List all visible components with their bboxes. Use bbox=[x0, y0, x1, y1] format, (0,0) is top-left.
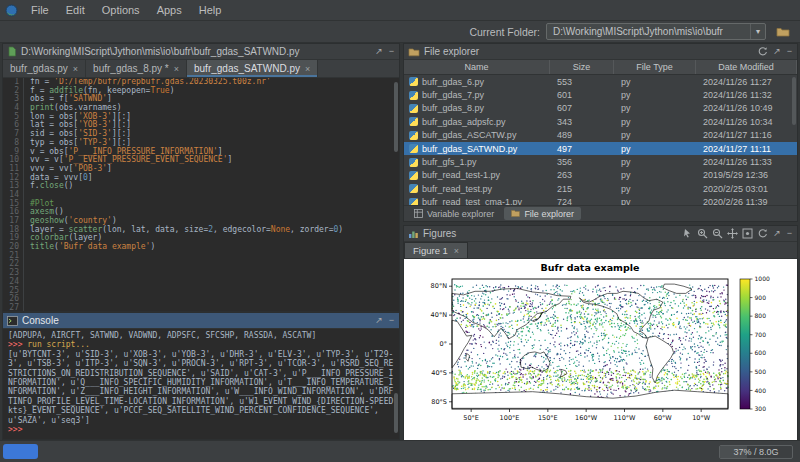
file-name: bufr_gdas_adpsfc.py bbox=[422, 117, 506, 127]
svg-text:900: 900 bbox=[755, 294, 767, 301]
file-size: 356 bbox=[550, 157, 614, 167]
figure-tab[interactable]: Figure 1 × bbox=[404, 242, 468, 258]
file-name: bufr_gdas_7.py bbox=[422, 90, 484, 100]
python-file-icon bbox=[409, 77, 418, 86]
file-name: bufr_gdas_ASCATW.py bbox=[422, 130, 516, 140]
file-row[interactable]: bufr_gdas_SATWND.py497py2024/11/27 11:11 bbox=[404, 142, 797, 155]
editor-tab[interactable]: bufr_gdas_SATWND.py× bbox=[187, 60, 318, 77]
svg-text:400: 400 bbox=[755, 387, 767, 394]
float-panel-icon[interactable]: ↗ bbox=[772, 229, 782, 238]
console-panel-header: Console ↗ − bbox=[3, 313, 399, 329]
tab-label: Variable explorer bbox=[427, 209, 494, 219]
float-panel-icon[interactable]: ↗ bbox=[374, 316, 384, 325]
file-type: py bbox=[614, 103, 696, 113]
figures-panel: Figures ↗ − Figure 1 × 50°E100°E150°E160… bbox=[403, 225, 798, 440]
toolbar: Current Folder: D:\Working\MIScript\Jyth… bbox=[0, 21, 800, 43]
code-line: 24 bbox=[3, 278, 399, 287]
menu-help[interactable]: Help bbox=[191, 2, 230, 18]
float-panel-icon[interactable]: ↗ bbox=[374, 47, 384, 56]
zoom-out-icon[interactable] bbox=[712, 228, 723, 239]
zoom-in-icon[interactable] bbox=[697, 228, 708, 239]
script-file-icon bbox=[7, 46, 17, 57]
tab-label: File explorer bbox=[524, 209, 574, 219]
svg-text:160°W: 160°W bbox=[575, 414, 598, 422]
file-type: py bbox=[614, 90, 696, 100]
column-header[interactable]: Date Modified bbox=[696, 60, 797, 74]
file-row[interactable]: bufr_read_test.py215py2020/2/25 03:01 bbox=[404, 182, 797, 195]
file-name: bufr_gfs_1.py bbox=[422, 157, 477, 167]
tab-variable-explorer[interactable]: Variable explorer bbox=[407, 207, 501, 220]
pan-icon[interactable] bbox=[727, 228, 738, 239]
rotate-icon[interactable] bbox=[757, 228, 768, 239]
svg-text:150°E: 150°E bbox=[538, 414, 558, 422]
minimize-panel-icon[interactable]: − bbox=[388, 47, 395, 56]
file-row[interactable]: bufr_gfs_1.py356py2024/11/26 11:33 bbox=[404, 155, 797, 168]
minimize-panel-icon[interactable]: − bbox=[786, 229, 793, 238]
file-type: py bbox=[614, 144, 696, 154]
open-folder-button[interactable] bbox=[772, 23, 794, 41]
status-blue-indicator[interactable] bbox=[3, 444, 38, 459]
file-row[interactable]: bufr_gdas_ASCATW.py489py2024/11/27 11:16 bbox=[404, 129, 797, 142]
file-date: 2024/11/26 10:34 bbox=[696, 117, 797, 127]
menu-options[interactable]: Options bbox=[94, 2, 148, 18]
file-size: 724 bbox=[550, 197, 614, 205]
current-folder-combobox[interactable]: D:\Working\MIScript\Jython\mis\io\bufr ▾ bbox=[546, 23, 766, 40]
file-row[interactable]: bufr_gdas_7.py601py2024/11/26 11:32 bbox=[404, 88, 797, 101]
editor-tab[interactable]: bufr_gdas_8.py *× bbox=[86, 60, 187, 77]
console-panel: Console ↗ − [ADPUPA, AIRCFT, SATWND, VAD… bbox=[2, 312, 400, 440]
console-scrollbar[interactable] bbox=[394, 393, 398, 433]
file-date: 2024/11/26 11:33 bbox=[696, 157, 797, 167]
figure-canvas[interactable]: 50°E100°E150°E160°W110°W60°W10°W80°N40°N… bbox=[404, 259, 797, 441]
file-size: 343 bbox=[550, 117, 614, 127]
svg-text:300: 300 bbox=[755, 405, 767, 412]
console-line: [u'BYTCNT-3', u'SID-3', u'XOB-3', u'YOB-… bbox=[8, 350, 394, 425]
figure-tab-label: Figure 1 bbox=[413, 245, 448, 256]
minimize-panel-icon[interactable]: − bbox=[388, 316, 395, 325]
code-line: 21 bbox=[3, 252, 399, 261]
tab-file-explorer[interactable]: File explorer bbox=[504, 207, 581, 220]
chevron-down-icon[interactable]: ▾ bbox=[750, 24, 765, 39]
menu-edit[interactable]: Edit bbox=[58, 2, 93, 18]
close-icon[interactable]: × bbox=[73, 64, 78, 74]
menu-apps[interactable]: Apps bbox=[149, 2, 190, 18]
file-date: 2019/5/29 12:36 bbox=[696, 170, 797, 180]
code-line: 27 bbox=[3, 304, 399, 311]
figure-plot: 50°E100°E150°E160°W110°W60°W10°W80°N40°N… bbox=[404, 259, 797, 439]
file-row[interactable]: bufr_read_test-1.py263py2019/5/29 12:36 bbox=[404, 169, 797, 182]
close-icon[interactable]: × bbox=[305, 64, 310, 74]
current-folder-value: D:\Working\MIScript\Jython\mis\io\bufr bbox=[553, 26, 723, 37]
editor-scrollbar[interactable] bbox=[394, 82, 398, 152]
file-row[interactable]: bufr_gdas_8.py607py2024/11/26 10:49 bbox=[404, 102, 797, 115]
file-type: py bbox=[614, 157, 696, 167]
file-row[interactable]: bufr_read_test_cma-1.py724py2020/2/26 11… bbox=[404, 196, 797, 205]
select-cursor-icon[interactable] bbox=[682, 228, 693, 239]
column-header[interactable]: Name bbox=[404, 60, 550, 74]
editor-tab[interactable]: bufr_gdas.py× bbox=[3, 60, 86, 77]
column-header[interactable]: File Type bbox=[614, 60, 696, 74]
editor-code[interactable]: 1fn = 'D:/Temp/bufr/prepbufr.gdas.202303… bbox=[3, 78, 399, 311]
python-file-icon bbox=[409, 171, 418, 180]
column-header[interactable]: Size bbox=[550, 60, 614, 74]
folder-icon bbox=[511, 209, 520, 218]
float-panel-icon[interactable]: ↗ bbox=[772, 47, 782, 56]
file-row[interactable]: bufr_gdas_6.py553py2024/11/26 11:27 bbox=[404, 75, 797, 88]
menu-file[interactable]: File bbox=[23, 2, 57, 18]
console-icon bbox=[7, 316, 18, 326]
minimize-panel-icon[interactable]: − bbox=[786, 47, 793, 56]
file-date: 2020/2/26 11:39 bbox=[696, 197, 797, 205]
figures-header: Figures ↗ − bbox=[404, 226, 797, 242]
python-file-icon bbox=[409, 91, 418, 100]
svg-text:Bufr data example: Bufr data example bbox=[541, 262, 640, 273]
file-table-header[interactable]: NameSizeFile TypeDate Modified bbox=[404, 60, 797, 75]
refresh-icon[interactable] bbox=[757, 46, 768, 57]
close-icon[interactable]: × bbox=[174, 64, 179, 74]
console-line: >>> bbox=[8, 425, 394, 434]
full-extent-icon[interactable] bbox=[742, 228, 753, 239]
close-icon[interactable]: × bbox=[454, 246, 459, 256]
file-table-scrollbar[interactable] bbox=[792, 77, 796, 125]
file-row[interactable]: bufr_gdas_adpsfc.py343py2024/11/26 10:34 bbox=[404, 115, 797, 128]
memory-indicator[interactable]: 37% / 8.0G bbox=[719, 445, 793, 459]
console-output[interactable]: [ADPUPA, AIRCFT, SATWND, VADWND, ADPSFC,… bbox=[3, 329, 399, 439]
file-name: bufr_gdas_6.py bbox=[422, 77, 484, 87]
figure-tabbar: Figure 1 × bbox=[404, 242, 797, 259]
